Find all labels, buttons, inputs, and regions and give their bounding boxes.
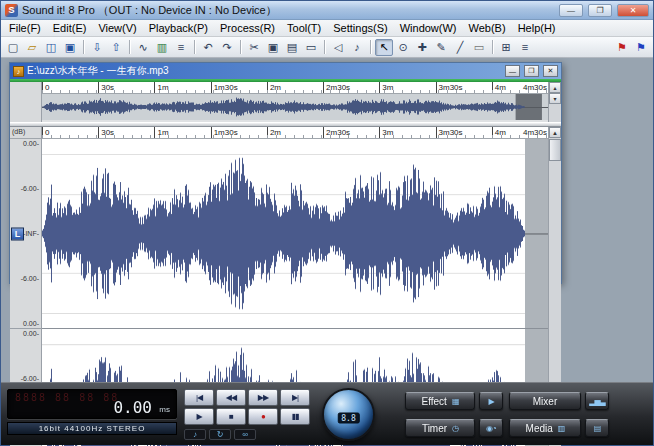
overview-pane: 030s1m1m30s2m2m30s3m3m30s4m4m30s ▴ ▾ <box>10 82 561 122</box>
save-all-icon[interactable]: ▣ <box>61 39 79 56</box>
new-file-icon[interactable]: ▢ <box>4 39 22 56</box>
red-flag-icon[interactable]: ⚑ <box>613 39 631 56</box>
menu-item-file[interactable]: File(F) <box>3 21 47 35</box>
pause-button[interactable]: ▮▮ <box>280 408 310 425</box>
save-icon[interactable]: ◫ <box>42 39 60 56</box>
mixer-view-icon[interactable]: ≡ <box>172 39 190 56</box>
document-window: ♪ E:\uzz\水木年华 - 一生有你.mp3 — ❐ ✕ 030s1m1m3… <box>9 62 562 284</box>
menu-item-tool[interactable]: Tool(T) <box>281 21 327 35</box>
trim-icon[interactable]: ▭ <box>302 39 320 56</box>
fast-forward-button[interactable]: ▶▶ <box>248 389 278 406</box>
export-icon[interactable]: ⇧ <box>107 39 125 56</box>
effect-play-button[interactable]: ▶ <box>479 392 503 410</box>
ruler-tick: 30s <box>98 127 114 138</box>
maximize-button[interactable]: ❐ <box>588 4 612 17</box>
media-button[interactable]: Media ▥ <box>509 419 581 437</box>
menu-item-view[interactable]: View(V) <box>92 21 142 35</box>
effect-button[interactable]: Effect ▦ <box>405 392 475 410</box>
copy-icon[interactable]: ▣ <box>264 39 282 56</box>
media-small-icon: ▤ <box>594 424 601 433</box>
overview-zoom-out-button[interactable]: ▾ <box>549 93 561 104</box>
left-channel-waveform-canvas[interactable] <box>42 139 548 328</box>
db-tick: 0.00- <box>23 140 39 147</box>
hand-tool-icon[interactable]: ✚ <box>413 39 431 56</box>
level-meter-icon[interactable]: ▥ <box>153 39 171 56</box>
eraser-tool-icon[interactable]: ▭ <box>470 39 488 56</box>
toolbar-separator <box>492 40 493 54</box>
line-tool-icon[interactable]: ╱ <box>451 39 469 56</box>
jog-knob[interactable]: 8.8 <box>322 388 375 441</box>
overview-ruler[interactable]: 030s1m1m30s2m2m30s3m3m30s4m4m30s <box>42 82 548 94</box>
stop-button[interactable]: ■ <box>216 408 246 425</box>
ruler-tick: 1m30s <box>211 127 238 138</box>
overview-waveform-canvas[interactable] <box>42 94 548 120</box>
scrollbar-thumb[interactable] <box>549 139 561 161</box>
overview-zoom-in-button[interactable]: ▴ <box>549 82 561 93</box>
grid-icon[interactable]: ⊞ <box>497 39 515 56</box>
play-button[interactable]: ▶ <box>184 408 214 425</box>
wave-view-icon[interactable]: ∿ <box>134 39 152 56</box>
skip-end-button[interactable]: ▶| <box>280 389 310 406</box>
time-unit: ms <box>159 405 170 414</box>
channel-left-button[interactable]: L <box>11 227 24 240</box>
minimize-button[interactable]: — <box>559 4 583 17</box>
titlebar: S Sound it! 8 Pro （OUT : No Device IN : … <box>1 1 653 20</box>
menu-item-settings[interactable]: Settings(S) <box>327 21 393 35</box>
doc-maximize-button[interactable]: ❐ <box>524 65 539 77</box>
ruler-tick: 2m <box>267 127 281 138</box>
import-icon[interactable]: ⇩ <box>88 39 106 56</box>
timer-mode-button[interactable]: ◉◔ <box>479 419 503 437</box>
time-value: 0.00 <box>113 398 152 417</box>
timer-button[interactable]: Timer ◷ <box>405 419 475 437</box>
menu-item-web[interactable]: Web(B) <box>463 21 512 35</box>
volume-button[interactable]: ♪ <box>184 429 206 440</box>
note-icon[interactable]: ♪ <box>348 39 366 56</box>
open-folder-icon[interactable]: ▱ <box>23 39 41 56</box>
ruler-tick: 3m30s <box>436 82 463 93</box>
overview-gutter <box>10 82 42 122</box>
redo-icon[interactable]: ↷ <box>218 39 236 56</box>
pointer-tool-icon[interactable]: ↖ <box>375 39 393 56</box>
close-button[interactable]: ✕ <box>617 4 649 17</box>
mixer-icon-button[interactable]: ▂▅▃ <box>585 392 609 410</box>
document-titlebar[interactable]: ♪ E:\uzz\水木年华 - 一生有你.mp3 — ❐ ✕ <box>10 63 561 79</box>
cut-icon[interactable]: ✂ <box>245 39 263 56</box>
timer-mode-icon: ◉◔ <box>486 424 496 433</box>
record-button[interactable]: ● <box>248 408 278 425</box>
doc-minimize-button[interactable]: — <box>505 65 520 77</box>
transport-small-buttons: ♪↻∞ <box>184 429 256 440</box>
blue-flag-icon[interactable]: ⚑ <box>632 39 650 56</box>
zoom-tool-icon[interactable]: ⊙ <box>394 39 412 56</box>
db-tick: -6.00- <box>21 275 39 282</box>
main-ruler[interactable]: 030s1m1m30s2m2m30s3m3m30s4m4m30s <box>42 127 548 139</box>
time-display: 8888 88 88 88 0.00 ms <box>7 389 177 419</box>
skip-start-button[interactable]: |◀ <box>184 389 214 406</box>
toolbar-separator <box>129 40 130 54</box>
pencil-tool-icon[interactable]: ✎ <box>432 39 450 56</box>
media-icon-button[interactable]: ▤ <box>585 419 609 437</box>
db-tick: -6.00- <box>21 185 39 192</box>
document-title: E:\uzz\水木年华 - 一生有你.mp3 <box>27 64 501 78</box>
play-small-icon: ▶ <box>488 397 493 406</box>
menu-item-edit[interactable]: Edit(E) <box>47 21 93 35</box>
list-icon[interactable]: ≡ <box>516 39 534 56</box>
mixer-button[interactable]: Mixer <box>509 392 581 410</box>
loop-button[interactable]: ↻ <box>209 429 231 440</box>
menu-item-help[interactable]: Help(H) <box>512 21 562 35</box>
ruler-tick: 3m <box>379 127 393 138</box>
ruler-tick: 1m30s <box>211 82 238 93</box>
application-window: S Sound it! 8 Pro （OUT : No Device IN : … <box>0 0 654 446</box>
ruler-tick: 2m <box>267 82 281 93</box>
paste-icon[interactable]: ▤ <box>283 39 301 56</box>
undo-icon[interactable]: ↶ <box>199 39 217 56</box>
ruler-tick: 4m30s <box>521 82 547 93</box>
rewind-button[interactable]: ◀◀ <box>216 389 246 406</box>
mute-icon[interactable]: ◁ <box>329 39 347 56</box>
menu-item-process[interactable]: Process(R) <box>214 21 281 35</box>
menu-item-window[interactable]: Window(W) <box>394 21 463 35</box>
scroll-up-button[interactable]: ▲ <box>549 127 561 138</box>
doc-close-button[interactable]: ✕ <box>543 65 558 77</box>
link-button[interactable]: ∞ <box>234 429 256 440</box>
db-tick: -INF- <box>23 230 39 237</box>
menu-item-playback[interactable]: Playback(P) <box>143 21 214 35</box>
